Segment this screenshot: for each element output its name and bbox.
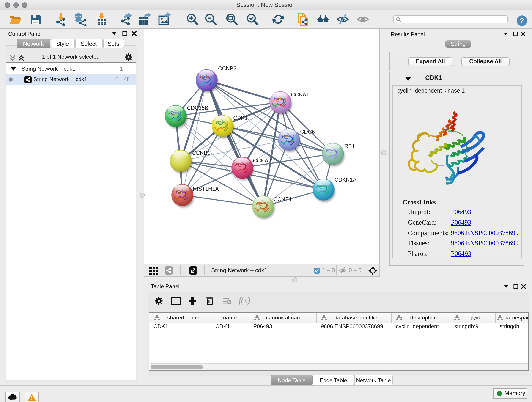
svg-text:CCNA1: CCNA1: [291, 92, 309, 98]
svg-text:CCNB1: CCNB1: [192, 150, 210, 156]
svg-text:CDK1: CDK1: [233, 115, 248, 121]
svg-text:RB1: RB1: [344, 143, 355, 149]
svg-text:?: ?: [520, 17, 524, 25]
svg-text:CCNE1: CCNE1: [273, 196, 292, 202]
svg-text:HIST1H1A: HIST1H1A: [193, 186, 219, 192]
svg-text:CDC25B: CDC25B: [187, 105, 208, 111]
svg-text:CDKN1A: CDKN1A: [335, 177, 356, 183]
svg-text:CCNA2: CCNA2: [253, 158, 271, 164]
svg-text:CCNB2: CCNB2: [218, 65, 236, 71]
svg-text:CDC6: CDC6: [300, 129, 315, 135]
